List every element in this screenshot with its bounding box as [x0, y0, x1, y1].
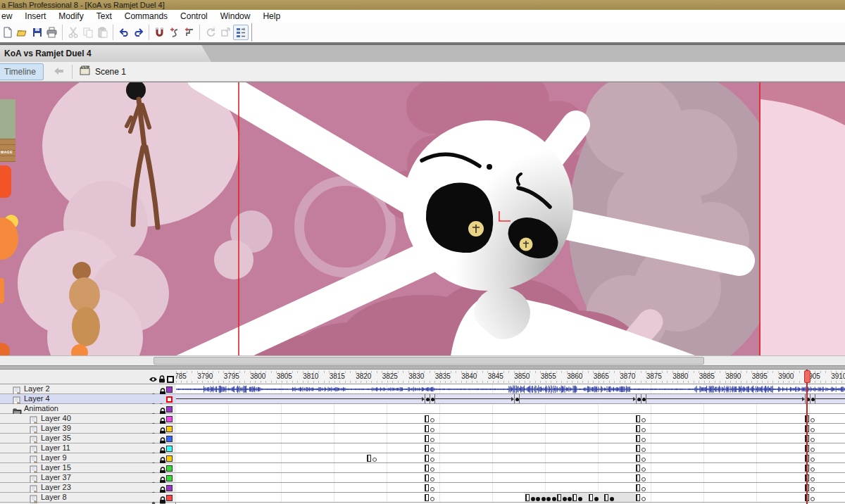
keyframe[interactable] [546, 497, 551, 501]
frame-end-marker[interactable] [425, 494, 429, 501]
layer-outline-color-chip[interactable] [166, 416, 173, 422]
stage-artwork[interactable] [0, 82, 845, 355]
layer-outline-color-chip[interactable] [166, 386, 173, 393]
stage-hscroll-thumb[interactable] [154, 357, 704, 365]
layer-row-layer-40[interactable]: Layer 40 [0, 414, 176, 424]
layer-row-layer-39[interactable]: Layer 39 [0, 424, 176, 434]
layer-outline-color-chip[interactable] [166, 396, 173, 403]
toolbar-snap-magnet-icon[interactable] [153, 25, 167, 39]
layer-outline-color-chip[interactable] [166, 495, 173, 501]
toolbar-scale-icon[interactable] [218, 25, 232, 39]
frame-row-animation[interactable] [176, 404, 845, 414]
motion-tween-span[interactable] [435, 394, 515, 403]
toolbar-copy-icon[interactable] [81, 25, 95, 39]
frame-row-layer-9[interactable] [176, 453, 845, 463]
blank-keyframe[interactable] [641, 458, 646, 462]
frame-end-marker[interactable] [636, 484, 640, 491]
layer-name[interactable]: Layer 23 [41, 483, 71, 492]
motion-tween-span[interactable] [646, 394, 805, 403]
layer-name[interactable]: Layer 39 [41, 424, 71, 433]
blank-keyframe[interactable] [430, 487, 434, 491]
toolbar-undo-icon[interactable] [117, 25, 131, 39]
frame-end-marker[interactable] [636, 474, 640, 481]
blank-keyframe[interactable] [641, 467, 646, 472]
blank-keyframe[interactable] [810, 428, 815, 432]
scene-name[interactable]: Scene 1 [95, 67, 126, 77]
keyframe[interactable] [610, 497, 614, 501]
layer-lock-toggle[interactable] [159, 494, 166, 504]
blank-keyframe[interactable] [430, 448, 434, 452]
layer-outline-color-chip[interactable] [166, 485, 173, 491]
layer-outline-color-chip[interactable] [166, 406, 173, 412]
frame-end-marker[interactable] [636, 435, 640, 442]
frame-row-layer-15[interactable] [176, 463, 845, 473]
frame-end-marker[interactable] [636, 455, 640, 462]
toolbar-print-icon[interactable] [45, 25, 59, 39]
frame-end-marker[interactable] [425, 435, 429, 442]
layer-name[interactable]: Layer 9 [41, 453, 67, 462]
blank-keyframe[interactable] [430, 418, 434, 422]
layer-outline-color-chip[interactable] [166, 455, 173, 462]
keyframe[interactable] [552, 497, 556, 501]
toolbar-straighten-icon[interactable] [182, 25, 196, 39]
blank-keyframe[interactable] [810, 477, 815, 481]
frame-end-marker[interactable] [425, 484, 429, 491]
blank-keyframe[interactable] [641, 438, 646, 442]
menu-item-ew[interactable]: ew [0, 10, 18, 23]
tween-keyframe[interactable] [810, 394, 815, 403]
layer-row-layer-35[interactable]: Layer 35 [0, 434, 176, 443]
frame-row-layer-39[interactable] [176, 424, 845, 434]
blank-keyframe[interactable] [641, 448, 646, 452]
frame-end-marker[interactable] [636, 415, 640, 422]
frame-end-marker[interactable] [636, 445, 640, 452]
frame-row-layer-40[interactable] [176, 414, 845, 424]
menu-item-control[interactable]: Control [174, 10, 214, 23]
keyframe[interactable] [568, 497, 572, 501]
frame-end-marker[interactable] [525, 494, 530, 501]
blank-keyframe[interactable] [641, 497, 646, 501]
document-tab[interactable]: KoA vs Ramjet Duel 4 [0, 45, 211, 62]
frame-end-marker[interactable] [425, 425, 429, 432]
keyframe[interactable] [563, 497, 567, 501]
layer-name[interactable]: Layer 37 [41, 473, 71, 482]
layer-name[interactable]: Layer 15 [41, 463, 71, 472]
frame-end-marker[interactable] [425, 465, 429, 472]
frame-ruler[interactable]: 3785379037953800380538103815382038253830… [176, 370, 845, 384]
frame-end-marker[interactable] [636, 425, 640, 432]
layer-row-layer-15[interactable]: Layer 15 [0, 463, 176, 473]
timeline-panel-button[interactable]: Timeline [0, 63, 44, 80]
frame-end-marker[interactable] [636, 494, 640, 501]
frame-row-layer-37[interactable] [176, 473, 845, 483]
motion-tween-span[interactable] [176, 394, 425, 403]
layer-name[interactable]: Layer 8 [41, 493, 67, 502]
keyframe[interactable] [542, 497, 546, 501]
layer-outline-color-chip[interactable] [166, 436, 173, 442]
blank-keyframe[interactable] [641, 428, 646, 432]
tween-keyframe[interactable] [641, 394, 646, 403]
frame-end-marker[interactable] [425, 445, 429, 452]
frame-end-marker[interactable] [557, 494, 561, 501]
playhead-line[interactable] [806, 370, 808, 504]
frame-end-marker[interactable] [589, 494, 593, 501]
blank-keyframe[interactable] [810, 497, 815, 501]
frame-end-marker[interactable] [425, 474, 429, 481]
frame-end-marker[interactable] [572, 494, 577, 501]
frame-row-layer-2[interactable] [176, 384, 845, 394]
menu-item-insert[interactable]: Insert [18, 10, 52, 23]
blank-keyframe[interactable] [430, 428, 434, 432]
frame-row-layer-35[interactable] [176, 434, 845, 443]
layer-row-layer-2[interactable]: Layer 2 [0, 384, 176, 394]
frame-row-layer-11[interactable] [176, 443, 845, 453]
layer-row-layer-37[interactable]: Layer 37 [0, 473, 176, 483]
menu-item-commands[interactable]: Commands [118, 10, 174, 23]
layer-outline-color-chip[interactable] [166, 475, 173, 481]
keyframe[interactable] [578, 497, 582, 501]
keyframe[interactable] [594, 497, 599, 501]
keyframe[interactable] [536, 497, 540, 501]
blank-keyframe[interactable] [810, 438, 815, 442]
menu-item-modify[interactable]: Modify [52, 10, 89, 23]
toolbar-paste-icon[interactable] [96, 25, 110, 39]
layer-row-layer-23[interactable]: Layer 23 [0, 483, 176, 493]
blank-keyframe[interactable] [430, 477, 434, 481]
frame-row-layer-23[interactable] [176, 483, 845, 493]
